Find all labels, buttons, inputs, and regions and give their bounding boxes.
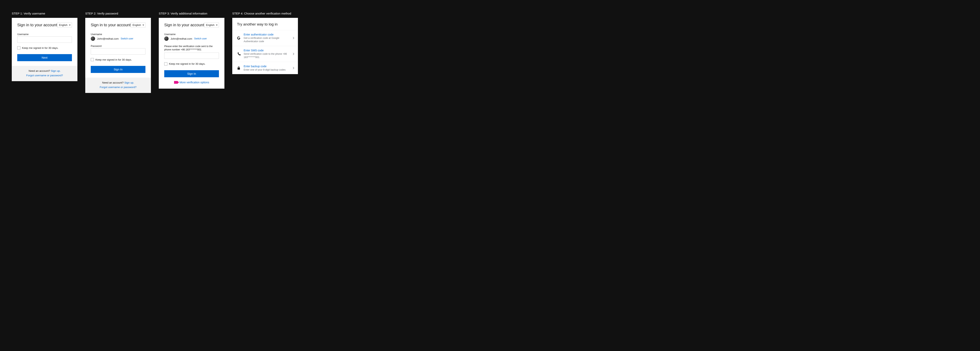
- card-footer: Need an account? Sign up. Forgot usernam…: [85, 78, 151, 93]
- forgot-link[interactable]: Forgot username or password?: [16, 74, 73, 77]
- method-title: Enter SMS code: [243, 49, 290, 52]
- page-title: Try another way to log in: [232, 18, 298, 30]
- language-select-value: English: [59, 24, 67, 27]
- page-title: Sign in to your account: [17, 23, 57, 27]
- step-4-card: Try another way to log in Enter authenti…: [232, 18, 298, 74]
- avatar: [164, 37, 169, 41]
- next-button[interactable]: Next: [17, 54, 72, 61]
- method-desc: Get a verification code at Google Authen…: [243, 37, 290, 43]
- user-email: John@redhat.com: [170, 37, 192, 40]
- google-g-icon: [237, 36, 241, 40]
- step-3-column: STEP 3: Verify additional information Si…: [159, 12, 224, 89]
- verification-code-input[interactable]: [164, 53, 219, 59]
- keep-signed-checkbox[interactable]: [164, 62, 167, 65]
- language-select-value: English: [206, 24, 215, 27]
- username-label: Username: [91, 33, 145, 36]
- user-email: John@redhat.com: [97, 37, 119, 40]
- step-2-column: STEP 2: Verify password Sign in to your …: [85, 12, 151, 93]
- keep-signed-checkbox[interactable]: [17, 46, 21, 49]
- method-desc: Enter one of your 8-digit backup codes: [243, 68, 290, 72]
- signin-button[interactable]: Sign In: [164, 70, 219, 77]
- step-4-label: STEP 4: Choose another verification meth…: [232, 12, 298, 15]
- signup-link[interactable]: Sign up.: [124, 81, 134, 84]
- page-title: Sign in to your account: [164, 23, 204, 27]
- need-account-text: Need an account?: [102, 81, 124, 84]
- password-label: Password: [91, 45, 145, 48]
- username-label: Username: [17, 33, 72, 36]
- keep-signed-label: Keep me signed in for 30 days.: [169, 62, 205, 65]
- language-select[interactable]: English: [57, 22, 72, 27]
- page-title: Sign in to your account: [91, 23, 130, 27]
- signin-button[interactable]: Sign In: [91, 66, 145, 73]
- next-button-label: Next: [42, 56, 48, 59]
- step-4-column: STEP 4: Choose another verification meth…: [232, 12, 298, 74]
- username-input[interactable]: [17, 37, 72, 43]
- step-1-card: Sign in to your account English Username…: [12, 18, 78, 81]
- avatar: [91, 37, 95, 41]
- signin-button-label: Sign In: [114, 68, 123, 71]
- method-title: Enter authenticator code: [243, 33, 290, 36]
- signin-button-label: Sign In: [187, 72, 196, 75]
- step-2-label: STEP 2: Verify password: [85, 12, 151, 15]
- username-label: Username: [164, 33, 219, 36]
- language-select[interactable]: English: [204, 22, 219, 27]
- password-input[interactable]: [91, 48, 145, 54]
- step-2-card: Sign in to your account English Username…: [85, 18, 151, 93]
- switch-user-link[interactable]: Switch user: [121, 37, 134, 40]
- more-verification-options-link[interactable]: More verification options: [180, 81, 209, 84]
- annotation-tag-icon: [174, 81, 178, 84]
- method-backup[interactable]: Enter backup code Enter one of your 8-di…: [232, 62, 298, 74]
- lock-icon: [237, 66, 241, 70]
- keep-signed-label: Keep me signed in for 30 days.: [95, 58, 132, 61]
- keep-signed-label: Keep me signed in for 30 days.: [22, 46, 59, 49]
- verification-hint: Please enter the verification code sent …: [164, 45, 219, 51]
- method-authenticator[interactable]: Enter authenticator code Get a verificat…: [232, 30, 298, 46]
- verification-method-list: Enter authenticator code Get a verificat…: [232, 30, 298, 74]
- keep-signed-checkbox[interactable]: [91, 58, 94, 61]
- phone-icon: [237, 52, 241, 56]
- forgot-link[interactable]: Forgot username or password?: [89, 86, 147, 89]
- language-select[interactable]: English: [131, 22, 145, 27]
- need-account-text: Need an account?: [29, 69, 50, 72]
- signup-link[interactable]: Sign up.: [51, 69, 60, 72]
- language-select-value: English: [132, 24, 141, 27]
- switch-user-link[interactable]: Switch user: [194, 37, 207, 40]
- step-3-label: STEP 3: Verify additional information: [159, 12, 224, 15]
- step-1-column: STEP 1: Verify username Sign in to your …: [12, 12, 78, 81]
- card-footer: Need an account? Sign up. Forgot usernam…: [12, 66, 78, 81]
- chevron-right-icon: [293, 53, 294, 55]
- chevron-right-icon: [293, 67, 294, 69]
- chevron-right-icon: [293, 37, 294, 39]
- step-1-label: STEP 1: Verify username: [12, 12, 78, 15]
- method-desc: Send verification code to the phone +86 …: [243, 53, 290, 59]
- method-title: Enter backup code: [243, 65, 290, 68]
- method-sms[interactable]: Enter SMS code Send verification code to…: [232, 46, 298, 62]
- step-3-card: Sign in to your account English Username…: [159, 18, 224, 89]
